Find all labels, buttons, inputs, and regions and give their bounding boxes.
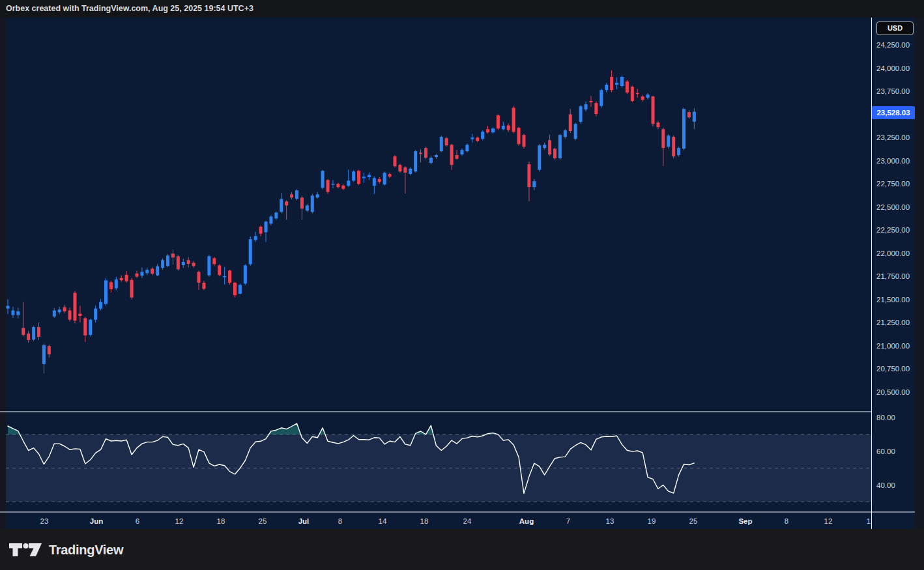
candle-body bbox=[620, 77, 624, 86]
candle-body bbox=[589, 101, 592, 102]
candle-body bbox=[538, 145, 541, 169]
candle-body bbox=[553, 149, 556, 158]
candle-body bbox=[218, 265, 221, 275]
candle-body bbox=[53, 311, 56, 317]
candle-body bbox=[171, 253, 175, 257]
candle-body bbox=[585, 104, 588, 109]
candle-body bbox=[37, 327, 40, 337]
rsi-pane bbox=[6, 423, 871, 502]
candle-body bbox=[42, 345, 46, 364]
candle-body bbox=[523, 135, 526, 147]
candle-body bbox=[440, 137, 443, 151]
candle-body bbox=[502, 126, 505, 129]
candle-body bbox=[486, 129, 489, 132]
candle-body bbox=[347, 180, 350, 186]
time-axis[interactable] bbox=[0, 512, 871, 529]
candle-body bbox=[192, 263, 195, 266]
candle-body bbox=[83, 318, 87, 335]
candle-body bbox=[197, 272, 201, 283]
candle-body bbox=[512, 108, 515, 132]
candle-body bbox=[569, 115, 572, 132]
candle-body bbox=[290, 194, 293, 197]
candle-body bbox=[202, 283, 205, 289]
candle-body bbox=[238, 285, 242, 294]
candle-body bbox=[414, 151, 417, 171]
candle-body bbox=[491, 128, 495, 132]
currency-button[interactable]: USD bbox=[876, 21, 914, 35]
candle-body bbox=[564, 130, 567, 137]
candle-body bbox=[599, 90, 603, 106]
candle-body bbox=[32, 327, 35, 339]
candle-body bbox=[207, 256, 210, 275]
candle-body bbox=[136, 274, 139, 277]
candle-body bbox=[285, 201, 288, 205]
candle-body bbox=[78, 314, 81, 317]
candle-body bbox=[94, 309, 97, 320]
candle-body bbox=[223, 276, 226, 277]
candle-body bbox=[151, 268, 154, 274]
candle-body bbox=[419, 152, 422, 154]
candle-body bbox=[429, 158, 433, 163]
candle-body bbox=[465, 145, 469, 151]
candle-body bbox=[409, 169, 412, 174]
candle-body bbox=[445, 138, 448, 145]
candle-body bbox=[104, 280, 108, 304]
candle-body bbox=[99, 302, 102, 309]
candle-body bbox=[244, 265, 247, 283]
candle-body bbox=[631, 87, 634, 101]
candle-body bbox=[109, 282, 113, 289]
candle-body bbox=[424, 148, 427, 158]
candle-body bbox=[636, 93, 639, 94]
candle-body bbox=[145, 270, 149, 273]
candle-body bbox=[373, 178, 376, 186]
candle-body bbox=[89, 320, 92, 335]
candle-body bbox=[687, 112, 691, 117]
candle-body bbox=[259, 227, 263, 234]
candle-body bbox=[398, 165, 401, 171]
candle-body bbox=[476, 137, 479, 141]
tradingview-mark-icon bbox=[9, 542, 43, 558]
candle-body bbox=[249, 239, 252, 264]
candle-body bbox=[306, 205, 309, 210]
candle-body bbox=[321, 171, 325, 188]
candle-body bbox=[115, 279, 118, 288]
candle-body bbox=[646, 94, 650, 98]
candle-body bbox=[641, 96, 644, 100]
candle-body bbox=[265, 221, 268, 232]
tradingview-logo[interactable]: TradingView bbox=[9, 540, 123, 560]
candle-body bbox=[27, 334, 30, 340]
candle-body bbox=[166, 255, 169, 266]
candle-body bbox=[120, 278, 123, 280]
candle-body bbox=[574, 124, 577, 139]
candle-body bbox=[7, 306, 10, 308]
candle-body bbox=[527, 164, 530, 187]
candle-body bbox=[615, 83, 618, 85]
candle-body bbox=[316, 194, 319, 197]
candle-body bbox=[626, 81, 629, 93]
candle-body bbox=[156, 266, 159, 276]
candle-body bbox=[594, 103, 598, 114]
candle-body bbox=[182, 262, 185, 265]
candle-body bbox=[543, 145, 546, 148]
candle-body bbox=[295, 190, 298, 199]
candle-body bbox=[677, 148, 680, 155]
candle-body bbox=[352, 171, 355, 180]
last-price-label: 23,528.03 bbox=[872, 106, 915, 119]
candle-body bbox=[68, 311, 72, 320]
candle-body bbox=[311, 195, 314, 212]
candle-body bbox=[548, 140, 551, 154]
price-axis[interactable] bbox=[871, 18, 915, 512]
candle-body bbox=[177, 256, 180, 269]
snapshot-title: Orbex created with TradingView.com, Aug … bbox=[6, 4, 253, 13]
candle-body bbox=[48, 346, 51, 354]
snapshot-header: Orbex created with TradingView.com, Aug … bbox=[0, 0, 924, 18]
candle-body bbox=[378, 179, 381, 182]
candle-body bbox=[140, 272, 143, 276]
candle-body bbox=[233, 283, 237, 295]
candle-body bbox=[605, 85, 608, 90]
candle-body bbox=[672, 137, 675, 156]
footer: TradingView bbox=[0, 529, 924, 570]
candle-body bbox=[460, 150, 463, 154]
candlestick-chart[interactable]: 24,250.0024,000.0023,750.0023,250.0023,0… bbox=[0, 18, 915, 529]
candle-body bbox=[656, 122, 659, 127]
